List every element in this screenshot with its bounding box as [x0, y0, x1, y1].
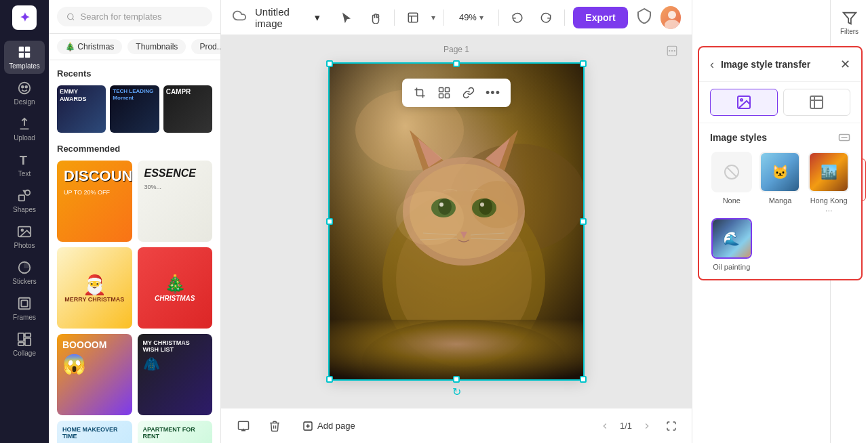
- recent-item-2[interactable]: TECH LEADING Moment: [110, 85, 159, 133]
- export-button[interactable]: Export: [573, 7, 627, 28]
- sidebar-item-design[interactable]: Design: [4, 77, 45, 110]
- delete-page-button[interactable]: [263, 415, 286, 438]
- right-panel: ‹ Image style transfer ✕ Image s: [692, 0, 868, 443]
- panel-title: Image style transfer: [721, 59, 833, 70]
- image-toolbar: •••: [402, 79, 511, 107]
- sidebar-item-templates[interactable]: Templates: [4, 41, 45, 74]
- next-page-button[interactable]: [637, 417, 656, 436]
- svg-rect-32: [439, 94, 443, 98]
- rotate-handle[interactable]: ↻: [450, 385, 463, 398]
- layout-chevron-icon: ▾: [431, 13, 435, 22]
- sidebar-item-upload[interactable]: Upload: [4, 112, 45, 146]
- user-avatar[interactable]: [660, 6, 681, 29]
- select-tool-button[interactable]: [336, 6, 357, 29]
- cloud-save-icon[interactable]: [232, 8, 247, 26]
- svg-point-24: [668, 11, 676, 19]
- crop-button[interactable]: [409, 82, 431, 104]
- rec-item-6[interactable]: MY CHRISTMAS WISH LIST 🧥: [138, 334, 213, 415]
- more-dots-icon: •••: [486, 86, 500, 100]
- rec-item-3[interactable]: 🎅 MERRY CHRISTMAS: [57, 247, 132, 329]
- styles-grid: None 🐱 Manga 🏙️ Hong Kong …: [710, 152, 850, 271]
- sidebar-item-text[interactable]: T Text: [4, 148, 45, 182]
- sidebar-item-frames[interactable]: Frames: [4, 292, 45, 325]
- expand-button[interactable]: [662, 417, 681, 436]
- rec-item-8[interactable]: APARTMENT FOR RENT 🏢: [138, 421, 213, 443]
- templates-panel: 🎄 Christmas Thumbnails Prod... Recents E…: [49, 0, 221, 443]
- group-button[interactable]: [433, 82, 455, 104]
- hand-tool-button[interactable]: [366, 6, 386, 29]
- recent-item-1[interactable]: EMMY AWARDS: [57, 85, 106, 133]
- tag-product[interactable]: Prod...: [191, 39, 220, 54]
- shapes-icon: [17, 188, 32, 203]
- style-hongkong[interactable]: 🏙️ Hong Kong …: [807, 152, 850, 213]
- rec-item-1[interactable]: DISCOUNT UP TO 20% OFF: [57, 161, 132, 242]
- page-options-icon[interactable]: [666, 45, 678, 60]
- recent-item-3[interactable]: CAMPR: [163, 85, 212, 133]
- manga-preview: 🐱: [761, 153, 799, 191]
- tab-style-output[interactable]: [783, 89, 851, 116]
- sidebar-item-photos[interactable]: Photos: [4, 220, 45, 253]
- svg-rect-60: [328, 320, 585, 381]
- svg-point-66: [741, 99, 743, 101]
- toolbar-separator: [394, 9, 395, 26]
- app-logo[interactable]: ✦: [12, 5, 37, 30]
- panel-body: Image styles None: [699, 123, 861, 279]
- link-button[interactable]: [458, 82, 479, 104]
- svg-point-12: [21, 229, 23, 231]
- svg-rect-15: [21, 300, 27, 306]
- style-label-none: None: [723, 196, 741, 205]
- svg-rect-18: [25, 338, 31, 345]
- style-thumb-manga: 🐱: [760, 152, 800, 192]
- palette-icon: [17, 81, 32, 96]
- svg-rect-30: [439, 88, 443, 92]
- style-tab-icon: [808, 94, 825, 110]
- redo-button[interactable]: [536, 6, 556, 29]
- bottom-toolbar: Add page 1/1: [221, 408, 692, 443]
- search-input[interactable]: [81, 12, 203, 22]
- sidebar-item-stickers[interactable]: Stickers: [4, 256, 45, 289]
- style-manga[interactable]: 🐱 Manga: [759, 152, 802, 213]
- sidebar-item-shapes[interactable]: Shapes: [4, 184, 45, 217]
- layout-button[interactable]: [403, 6, 423, 29]
- template-tags: 🎄 Christmas Thumbnails Prod...: [49, 34, 220, 60]
- styles-label-text: Image styles: [710, 132, 767, 143]
- rec-item-2[interactable]: ESSENCE 30%...: [138, 161, 213, 242]
- collage-icon: [17, 332, 32, 347]
- current-page-thumbnail-button[interactable]: [232, 415, 255, 438]
- panel-back-button[interactable]: ‹: [710, 58, 714, 72]
- svg-point-6: [25, 86, 27, 88]
- document-title[interactable]: Untitled image ▾: [255, 6, 320, 29]
- rec-item-4[interactable]: 🎄 CHRISTMAS: [138, 247, 213, 329]
- add-page-label: Add page: [317, 421, 355, 431]
- filters-icon: [842, 11, 857, 26]
- undo-button[interactable]: [507, 6, 528, 29]
- canvas-frame[interactable]: ↻: [328, 62, 585, 381]
- panel-close-button[interactable]: ✕: [840, 57, 850, 72]
- recents-title: Recents: [57, 68, 212, 79]
- rec-item-5[interactable]: BOOOOM 😱: [57, 334, 132, 415]
- svg-rect-61: [239, 421, 249, 429]
- svg-rect-14: [19, 298, 31, 310]
- search-box[interactable]: [57, 7, 212, 26]
- sidebar-item-label-templates: Templates: [9, 62, 40, 70]
- tab-image-input[interactable]: [710, 89, 778, 116]
- photos-icon: [17, 224, 32, 239]
- svg-rect-21: [408, 13, 418, 22]
- tag-thumbnails[interactable]: Thumbnails: [127, 39, 186, 54]
- zoom-control[interactable]: 49% ▾: [452, 9, 490, 25]
- style-none[interactable]: None: [710, 152, 753, 213]
- svg-rect-31: [446, 88, 450, 92]
- svg-text:T: T: [20, 153, 27, 167]
- text-icon: T: [17, 152, 32, 167]
- canvas-area[interactable]: Page 1: [221, 35, 692, 408]
- stickers-icon: [17, 260, 32, 275]
- svg-rect-8: [19, 195, 24, 201]
- previous-page-button[interactable]: [595, 417, 614, 436]
- tag-christmas[interactable]: 🎄 Christmas: [57, 39, 122, 54]
- more-options-button[interactable]: •••: [482, 82, 504, 104]
- filters-tool[interactable]: Filters: [833, 7, 866, 40]
- rec-item-7[interactable]: HOME MAKEOVER TIME 🏠: [57, 421, 132, 443]
- sidebar-item-collage[interactable]: Collage: [4, 328, 45, 361]
- add-page-button[interactable]: Add page: [294, 417, 363, 436]
- style-oil[interactable]: 🌊 Oil painting: [710, 218, 753, 271]
